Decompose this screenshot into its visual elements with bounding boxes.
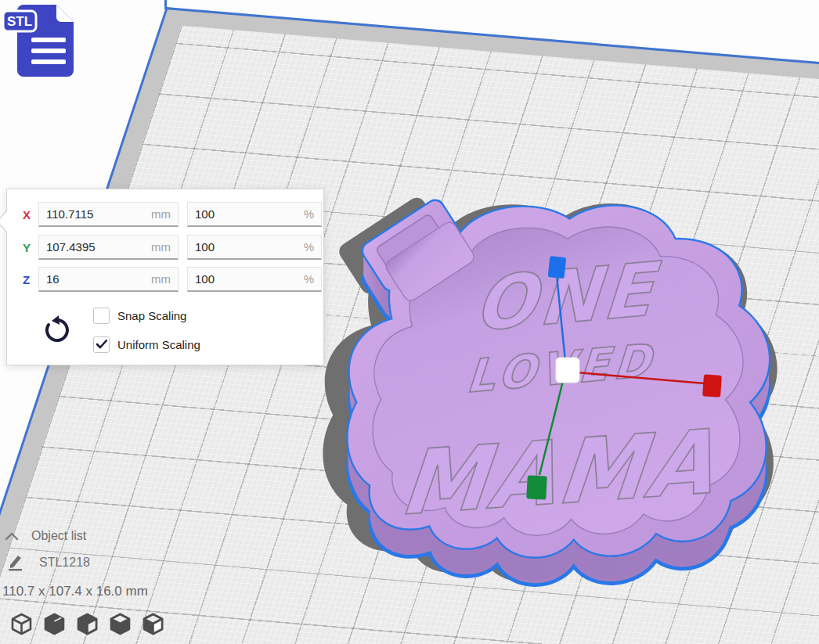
object-list-label: Object list xyxy=(31,529,86,543)
stl-badge-label: STL xyxy=(7,14,32,29)
object-list-toggle[interactable]: Object list xyxy=(5,529,86,543)
x-scale-handle[interactable] xyxy=(702,374,722,398)
chevron-up-icon xyxy=(5,531,19,541)
uniform-scaling-label: Uniform Scaling xyxy=(117,338,200,351)
z-mm-unit: mm xyxy=(151,272,171,286)
z-mm-field[interactable]: mm xyxy=(38,267,179,292)
view-front-button[interactable] xyxy=(42,612,67,636)
z-scale-handle[interactable] xyxy=(548,256,567,279)
x-mm-unit: mm xyxy=(151,207,171,221)
x-percent-unit: % xyxy=(304,207,314,221)
snap-scaling-row: Snap Scaling xyxy=(93,306,186,325)
view-top-button[interactable] xyxy=(75,612,99,636)
object-name: STL1218 xyxy=(39,556,90,570)
y-mm-unit: mm xyxy=(151,240,171,254)
panel-notch xyxy=(0,210,7,233)
z-mm-input[interactable] xyxy=(46,268,143,290)
snap-scaling-checkbox[interactable] xyxy=(93,308,110,324)
z-percent-input[interactable] xyxy=(195,268,288,290)
z-percent-field[interactable]: % xyxy=(187,267,322,292)
y-percent-field[interactable]: % xyxy=(187,235,322,260)
cura-workspace: ONE LOVED MAMA STL X mm xyxy=(0,0,819,644)
scale-row-x: X mm % xyxy=(7,202,323,227)
snap-scaling-label: Snap Scaling xyxy=(117,309,186,322)
object-list-item[interactable]: STL1218 xyxy=(8,554,90,571)
z-percent-unit: % xyxy=(304,272,314,286)
model-text-line1: ONE xyxy=(471,246,664,348)
scale-row-z: Z mm % xyxy=(7,267,323,292)
y-scale-handle[interactable] xyxy=(526,475,547,499)
axis-label-z: Z xyxy=(23,273,35,286)
reset-scale-button[interactable] xyxy=(42,315,72,346)
axis-label-x: X xyxy=(23,208,35,221)
pencil-icon xyxy=(8,554,23,571)
stl-file-icon: STL xyxy=(3,2,78,78)
view-left-button[interactable] xyxy=(108,612,132,636)
x-percent-field[interactable]: % xyxy=(187,202,322,227)
y-percent-unit: % xyxy=(304,240,314,254)
model-dimensions: 110.7 x 107.4 x 16.0 mm xyxy=(2,584,148,599)
y-mm-field[interactable]: mm xyxy=(38,235,179,260)
x-mm-field[interactable]: mm xyxy=(38,202,179,227)
uniform-scaling-row: Uniform Scaling xyxy=(93,335,200,354)
reset-rotate-icon xyxy=(42,315,72,346)
cube-left-icon xyxy=(108,612,132,636)
y-percent-input[interactable] xyxy=(195,236,288,257)
uniform-scaling-checkbox[interactable] xyxy=(93,336,110,353)
camera-view-toolbar xyxy=(9,612,165,636)
scale-row-y: Y mm % xyxy=(7,235,323,260)
center-scale-handle[interactable] xyxy=(556,358,579,383)
view-3d-button[interactable] xyxy=(9,612,34,636)
view-right-button[interactable] xyxy=(141,612,165,636)
cube-top-icon xyxy=(75,612,99,636)
axis-label-y: Y xyxy=(23,241,35,254)
y-mm-input[interactable] xyxy=(46,236,143,257)
cube-right-icon xyxy=(141,612,165,636)
x-percent-input[interactable] xyxy=(195,203,288,225)
x-mm-input[interactable] xyxy=(46,203,143,225)
cube-3d-icon xyxy=(9,612,34,636)
checkmark-icon xyxy=(96,340,107,349)
cube-front-icon xyxy=(42,612,67,636)
